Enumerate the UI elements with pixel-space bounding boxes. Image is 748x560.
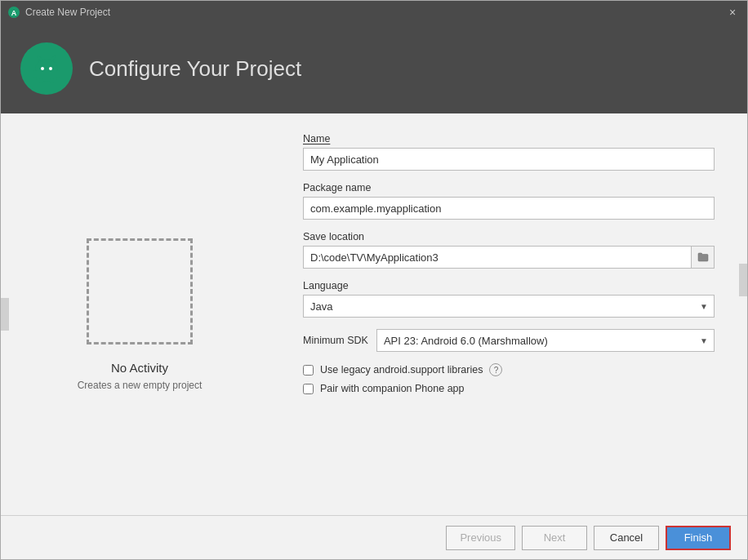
- finish-button[interactable]: Finish: [666, 526, 731, 550]
- save-location-input[interactable]: [303, 246, 692, 269]
- name-group: Name: [303, 133, 715, 171]
- svg-point-6: [49, 67, 52, 70]
- left-panel: No Activity Creates a new empty project: [1, 113, 278, 515]
- create-new-project-dialog: A Create New Project ×: [0, 0, 748, 560]
- browse-folder-button[interactable]: [692, 246, 715, 269]
- package-name-group: Package name: [303, 182, 715, 220]
- right-tab: [739, 264, 747, 296]
- content-area: No Activity Creates a new empty project …: [1, 113, 747, 515]
- package-name-input[interactable]: [303, 197, 715, 220]
- name-label: Name: [303, 133, 715, 144]
- bottom-bar: Previous Next Cancel Finish: [1, 515, 747, 559]
- legacy-support-checkbox[interactable]: [303, 365, 314, 376]
- svg-rect-10: [33, 70, 37, 78]
- min-sdk-select[interactable]: API 23: Android 6.0 (Marshmallow) API 21…: [376, 329, 715, 352]
- save-location-input-group: [303, 246, 715, 269]
- svg-rect-7: [36, 70, 57, 80]
- activity-desc: Creates a new empty project: [78, 380, 203, 391]
- name-input[interactable]: [303, 148, 715, 171]
- language-select-wrapper: Java Kotlin ▼: [303, 295, 715, 318]
- svg-point-5: [41, 67, 44, 70]
- android-icon: [30, 52, 63, 85]
- save-location-group: Save location: [303, 231, 715, 269]
- title-bar: A Create New Project ×: [1, 1, 747, 24]
- legacy-support-label: Use legacy android.support libraries: [320, 364, 483, 376]
- min-sdk-label: Minimum SDK: [303, 335, 368, 346]
- folder-icon: [697, 252, 709, 262]
- next-button[interactable]: Next: [522, 526, 587, 550]
- help-icon[interactable]: ?: [489, 363, 502, 376]
- android-logo: [20, 42, 73, 95]
- save-location-label: Save location: [303, 231, 715, 242]
- header: Configure Your Project: [1, 24, 747, 113]
- title-bar-text: Create New Project: [25, 7, 110, 18]
- min-sdk-select-wrapper: API 23: Android 6.0 (Marshmallow) API 21…: [376, 329, 715, 352]
- activity-preview: [87, 238, 193, 344]
- svg-rect-9: [50, 78, 54, 83]
- close-button[interactable]: ×: [724, 4, 741, 20]
- package-name-label: Package name: [303, 182, 715, 193]
- min-sdk-group: Minimum SDK API 23: Android 6.0 (Marshma…: [303, 329, 715, 352]
- language-group: Language Java Kotlin ▼: [303, 280, 715, 318]
- cancel-button[interactable]: Cancel: [594, 526, 659, 550]
- header-title: Configure Your Project: [89, 56, 301, 82]
- language-select[interactable]: Java Kotlin: [303, 295, 715, 318]
- companion-phone-label: Pair with companion Phone app: [320, 383, 465, 394]
- companion-phone-checkbox[interactable]: [303, 384, 314, 394]
- right-panel: Name Package name Save location: [278, 113, 747, 515]
- checkbox1-row: Use legacy android.support libraries ?: [303, 363, 715, 376]
- svg-text:A: A: [11, 9, 17, 17]
- activity-label: No Activity: [111, 361, 168, 375]
- checkbox2-row: Pair with companion Phone app: [303, 383, 715, 394]
- svg-rect-8: [39, 78, 43, 83]
- svg-line-4: [51, 56, 55, 60]
- android-studio-icon: A: [7, 6, 20, 19]
- svg-line-3: [38, 56, 42, 60]
- title-bar-left: A Create New Project: [7, 6, 110, 19]
- previous-button[interactable]: Previous: [446, 526, 515, 550]
- svg-rect-11: [56, 70, 60, 78]
- language-label: Language: [303, 280, 715, 291]
- left-tab: [1, 298, 9, 331]
